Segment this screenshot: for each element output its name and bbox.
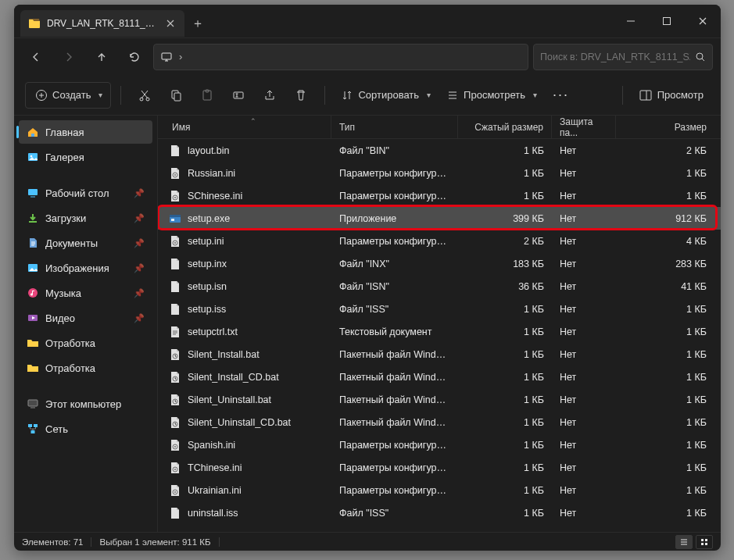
file-name: setup.inx (188, 259, 227, 269)
nav-pictures[interactable]: Изображения 📌 (19, 256, 152, 280)
back-button[interactable] (22, 43, 50, 71)
up-button[interactable] (88, 43, 116, 71)
refresh-button[interactable] (120, 43, 149, 71)
share-button[interactable] (256, 82, 284, 109)
tab[interactable]: DRV_LAN_RTK_8111_SZ-TSD_W (20, 10, 184, 37)
col-size[interactable]: Размер (616, 116, 721, 138)
file-size: 1 КБ (616, 349, 721, 360)
file-row[interactable]: TChinese.iniПараметры конфигурац...1 КБН… (158, 456, 721, 479)
new-button[interactable]: Создать ▾ (25, 82, 111, 109)
nav-music[interactable]: Музыка 📌 (19, 281, 152, 305)
file-compressed-size: 1 КБ (458, 440, 552, 451)
maximize-button[interactable] (649, 5, 685, 37)
file-type: Параметры конфигурац... (331, 462, 458, 473)
file-icon (169, 258, 181, 270)
file-protection: Нет (552, 372, 616, 383)
tab-close-button[interactable] (166, 19, 175, 28)
nav-videos[interactable]: Видео 📌 (19, 306, 152, 330)
download-icon (27, 212, 39, 224)
details-pane-button[interactable]: Просмотр (632, 82, 710, 109)
nav-gallery[interactable]: Галерея (19, 145, 152, 169)
address-bar[interactable]: › (153, 44, 528, 70)
delete-button[interactable] (287, 82, 315, 109)
file-icon (169, 394, 181, 406)
col-type[interactable]: Тип (331, 116, 458, 138)
file-name: Silent_Install.bat (188, 349, 260, 360)
nav-folder-2[interactable]: Отработка (19, 356, 152, 380)
file-type: Пакетный файл Windows (331, 372, 458, 383)
more-button[interactable]: ··· (546, 82, 575, 109)
file-row[interactable]: setup.isnФайл "ISN"36 КБНет41 КБ (158, 275, 721, 298)
minimize-button[interactable] (613, 5, 649, 37)
file-protection: Нет (552, 191, 616, 202)
file-compressed-size: 1 КБ (458, 145, 552, 156)
file-name: Silent_Install_CD.bat (188, 372, 279, 383)
nav-desktop[interactable]: Рабочий стол 📌 (19, 181, 152, 205)
file-size: 1 КБ (616, 326, 721, 337)
forward-button[interactable] (55, 43, 83, 71)
file-row[interactable]: SChinese.iniПараметры конфигурац...1 КБН… (158, 184, 721, 207)
file-name: setupctrl.txt (188, 326, 238, 337)
col-compressed[interactable]: Сжатый размер (458, 116, 552, 138)
file-size: 1 КБ (616, 417, 721, 428)
file-compressed-size: 399 КБ (458, 213, 552, 224)
file-row[interactable]: setup.iniПараметры конфигурац...2 КБНет4… (158, 230, 721, 252)
nav-network[interactable]: Сеть (19, 417, 152, 441)
file-row[interactable]: setup.inxФайл "INX"183 КБНет283 КБ (158, 252, 721, 275)
nav-thispc[interactable]: Этот компьютер (19, 392, 152, 416)
nav-downloads[interactable]: Загрузки 📌 (19, 206, 152, 230)
paste-button[interactable] (193, 82, 221, 109)
nav-folder-1[interactable]: Отработка (19, 331, 152, 355)
file-row[interactable]: setup.issФайл "ISS"1 КБНет1 КБ (158, 298, 721, 320)
nav-documents[interactable]: Документы 📌 (19, 231, 152, 255)
file-protection: Нет (552, 462, 616, 473)
file-rows[interactable]: layout.binФайл "BIN"1 КБНет2 КБRussian.i… (158, 139, 721, 532)
file-row[interactable]: Russian.iniПараметры конфигурац...1 КБНе… (158, 162, 721, 184)
file-icon (169, 144, 181, 157)
file-compressed-size: 1 КБ (458, 394, 552, 405)
file-protection: Нет (552, 349, 616, 360)
home-icon (27, 126, 39, 138)
file-row[interactable]: Spanish.iniПараметры конфигурац...1 КБНе… (158, 433, 721, 456)
file-row[interactable]: Ukrainian.iniПараметры конфигурац...1 КБ… (158, 479, 721, 501)
col-name[interactable]: Имя⌃ (158, 116, 331, 138)
search-input[interactable] (540, 52, 690, 62)
svg-rect-44 (705, 543, 707, 545)
cut-button[interactable] (131, 82, 159, 109)
file-icon (169, 416, 181, 429)
copy-button[interactable] (162, 82, 190, 109)
file-row[interactable]: uninstall.issФайл "ISS"1 КБНет1 КБ (158, 501, 721, 524)
file-row[interactable]: Silent_Install_CD.batПакетный файл Windo… (158, 366, 721, 388)
file-type: Приложение (331, 213, 458, 224)
close-button[interactable] (685, 5, 721, 37)
view-details-button[interactable] (675, 535, 693, 549)
file-name: setup.iss (188, 304, 226, 315)
video-icon (27, 312, 39, 324)
pin-icon: 📌 (134, 263, 145, 273)
file-name: SChinese.ini (188, 191, 242, 202)
file-row[interactable]: Silent_Install.batПакетный файл Windows1… (158, 343, 721, 366)
sort-asc-icon: ⌃ (250, 117, 256, 125)
sort-button[interactable]: Сортировать ▾ (335, 82, 437, 109)
file-row[interactable]: setup.exeПриложение399 КБНет912 КБ (158, 207, 721, 230)
file-name: layout.bin (188, 145, 230, 156)
file-row[interactable]: Silent_Uninstall.batПакетный файл Window… (158, 388, 721, 411)
view-icons-button[interactable] (696, 535, 713, 549)
file-row[interactable]: layout.binФайл "BIN"1 КБНет2 КБ (158, 139, 721, 162)
file-row[interactable]: Silent_Uninstall_CD.batПакетный файл Win… (158, 411, 721, 433)
new-tab-button[interactable]: ＋ (184, 10, 211, 37)
chevron-right-icon[interactable]: › (179, 51, 182, 62)
file-name: TChinese.ini (188, 462, 242, 473)
folder-icon (27, 337, 39, 349)
nav-pane[interactable]: Главная Галерея Рабочий стол 📌 Загрузки … (14, 116, 158, 532)
nav-home[interactable]: Главная (19, 120, 152, 144)
rename-button[interactable] (224, 82, 252, 109)
file-size: 1 КБ (616, 168, 721, 179)
file-icon (169, 235, 181, 248)
col-protection[interactable]: Защита па... (552, 116, 616, 138)
search-box[interactable] (533, 44, 713, 70)
file-row[interactable]: setupctrl.txtТекстовый документ1 КБНет1 … (158, 320, 721, 343)
file-size: 1 КБ (616, 462, 721, 473)
details-pane-icon (639, 88, 653, 102)
view-button[interactable]: Просмотреть ▾ (440, 82, 543, 109)
